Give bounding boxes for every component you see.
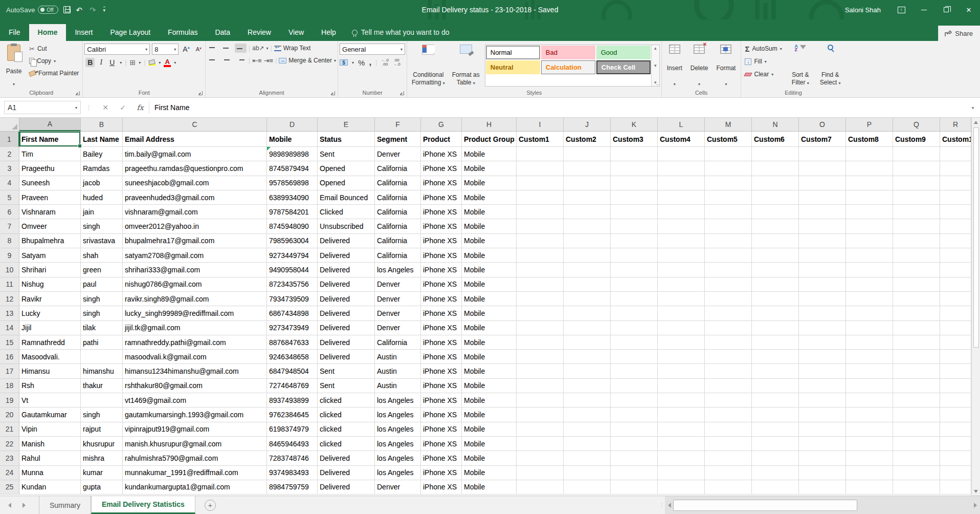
- cell-K17[interactable]: [611, 364, 658, 378]
- cell-H25[interactable]: Mobile: [462, 480, 517, 495]
- cell-J17[interactable]: [564, 364, 611, 378]
- clear-button[interactable]: Clear▾: [743, 68, 784, 80]
- sort-filter-button[interactable]: AZ Sort &Filter ▾: [788, 42, 813, 88]
- cell-A8[interactable]: Bhupalmehra: [19, 234, 81, 248]
- tab-view[interactable]: View: [280, 24, 313, 41]
- cell-R15[interactable]: [940, 335, 971, 350]
- cell-L17[interactable]: [658, 364, 705, 378]
- cell-I10[interactable]: [517, 263, 564, 277]
- cell-G5[interactable]: iPhone XS: [421, 190, 462, 205]
- cell-F21[interactable]: los Angeles: [375, 422, 421, 437]
- cell-P6[interactable]: [846, 205, 893, 219]
- cell-I16[interactable]: [517, 350, 564, 364]
- cell-C19[interactable]: vt1469@gmail.com: [123, 393, 267, 408]
- number-dialog-launcher-icon[interactable]: [400, 91, 404, 95]
- cell-D24[interactable]: 9374983493: [267, 466, 318, 480]
- cell-I11[interactable]: [517, 277, 564, 292]
- cell-Q9[interactable]: [893, 248, 940, 263]
- cell-D8[interactable]: 7985963004: [267, 234, 318, 248]
- cell-C4[interactable]: suneeshjacob@gmail.com: [123, 176, 267, 190]
- cell-O13[interactable]: [799, 306, 846, 320]
- cell-N15[interactable]: [752, 335, 799, 350]
- row-header-12[interactable]: 12: [0, 292, 19, 306]
- cell-N25[interactable]: [752, 480, 799, 495]
- cell-P2[interactable]: [846, 147, 893, 161]
- cell-A10[interactable]: Shrihari: [19, 263, 81, 277]
- cell-M1[interactable]: Custom5: [705, 132, 752, 147]
- font-size-select[interactable]: 8▾: [152, 44, 179, 55]
- cell-Q6[interactable]: [893, 205, 940, 219]
- cell-G9[interactable]: iPhone XS: [421, 248, 462, 263]
- increase-indent-button[interactable]: ⇥≡: [264, 57, 273, 65]
- cell-B9[interactable]: shah: [81, 248, 123, 263]
- cell-N4[interactable]: [752, 176, 799, 190]
- cell-L25[interactable]: [658, 480, 705, 495]
- cell-R4[interactable]: [940, 176, 971, 190]
- cell-H4[interactable]: Mobile: [462, 176, 517, 190]
- cell-L23[interactable]: [658, 451, 705, 465]
- cell-H9[interactable]: Mobile: [462, 248, 517, 263]
- cell-A25[interactable]: Kundan: [19, 480, 81, 495]
- cell-P23[interactable]: [846, 451, 893, 465]
- cell-F15[interactable]: California: [375, 335, 421, 350]
- cell-O20[interactable]: [799, 408, 846, 422]
- cell-J1[interactable]: Custom2: [564, 132, 611, 147]
- horizontal-scroll-thumb[interactable]: [673, 500, 857, 511]
- column-header-Q[interactable]: Q: [893, 118, 940, 131]
- cell-A16[interactable]: Masoodvali.: [19, 350, 81, 364]
- cell-R7[interactable]: [940, 219, 971, 233]
- cell-C24[interactable]: munnakumar_1991@rediffmail.com: [123, 466, 267, 480]
- cell-K25[interactable]: [611, 480, 658, 495]
- cell-K2[interactable]: [611, 147, 658, 161]
- cell-R23[interactable]: [940, 451, 971, 465]
- cell-Q7[interactable]: [893, 219, 940, 233]
- cell-B23[interactable]: mishra: [81, 451, 123, 465]
- cell-Q13[interactable]: [893, 306, 940, 320]
- cell-J22[interactable]: [564, 437, 611, 451]
- cell-J7[interactable]: [564, 219, 611, 233]
- cell-L7[interactable]: [658, 219, 705, 233]
- cell-D3[interactable]: 8745879494: [267, 161, 318, 176]
- cell-L12[interactable]: [658, 292, 705, 306]
- cell-L21[interactable]: [658, 422, 705, 437]
- cell-E17[interactable]: Sent: [318, 364, 375, 378]
- cell-N6[interactable]: [752, 205, 799, 219]
- cell-C12[interactable]: ravikr.singh89@gmail.com: [123, 292, 267, 306]
- cell-R20[interactable]: [940, 408, 971, 422]
- cell-E3[interactable]: Opened: [318, 161, 375, 176]
- row-header-17[interactable]: 17: [0, 364, 19, 378]
- cell-N7[interactable]: [752, 219, 799, 233]
- cell-Q22[interactable]: [893, 437, 940, 451]
- cell-Q3[interactable]: [893, 161, 940, 176]
- cell-style-neutral[interactable]: Neutral: [486, 60, 540, 74]
- cell-H11[interactable]: Mobile: [462, 277, 517, 292]
- cell-Q8[interactable]: [893, 234, 940, 248]
- cell-L3[interactable]: [658, 161, 705, 176]
- customize-quick-access-icon[interactable]: ▾: [103, 7, 106, 13]
- cell-K20[interactable]: [611, 408, 658, 422]
- row-header-8[interactable]: 8: [0, 234, 19, 248]
- cell-Q20[interactable]: [893, 408, 940, 422]
- cell-R2[interactable]: [940, 147, 971, 161]
- cell-A2[interactable]: Tim: [19, 147, 81, 161]
- cell-R17[interactable]: [940, 364, 971, 378]
- cell-E2[interactable]: Sent: [318, 147, 375, 161]
- cell-O3[interactable]: [799, 161, 846, 176]
- cancel-entry-icon[interactable]: ✕: [97, 103, 114, 112]
- tab-formulas[interactable]: Formulas: [159, 24, 206, 41]
- cell-H2[interactable]: Mobile: [462, 147, 517, 161]
- cell-I13[interactable]: [517, 306, 564, 320]
- column-header-A[interactable]: A: [19, 118, 81, 131]
- cell-M9[interactable]: [705, 248, 752, 263]
- cell-C20[interactable]: gautamkumarsingh.1993@gmail.com: [123, 408, 267, 422]
- cell-K3[interactable]: [611, 161, 658, 176]
- increase-decimal-button[interactable]: ←.0.00: [381, 58, 389, 67]
- cell-D2[interactable]: 9898989898: [267, 147, 318, 161]
- cell-P18[interactable]: [846, 379, 893, 393]
- cell-K21[interactable]: [611, 422, 658, 437]
- cell-A22[interactable]: Manish: [19, 437, 81, 451]
- cell-Q19[interactable]: [893, 393, 940, 408]
- cell-D15[interactable]: 8876847633: [267, 335, 318, 350]
- cell-style-check-cell[interactable]: Check Cell: [596, 60, 651, 74]
- previous-sheet-icon[interactable]: [8, 503, 11, 508]
